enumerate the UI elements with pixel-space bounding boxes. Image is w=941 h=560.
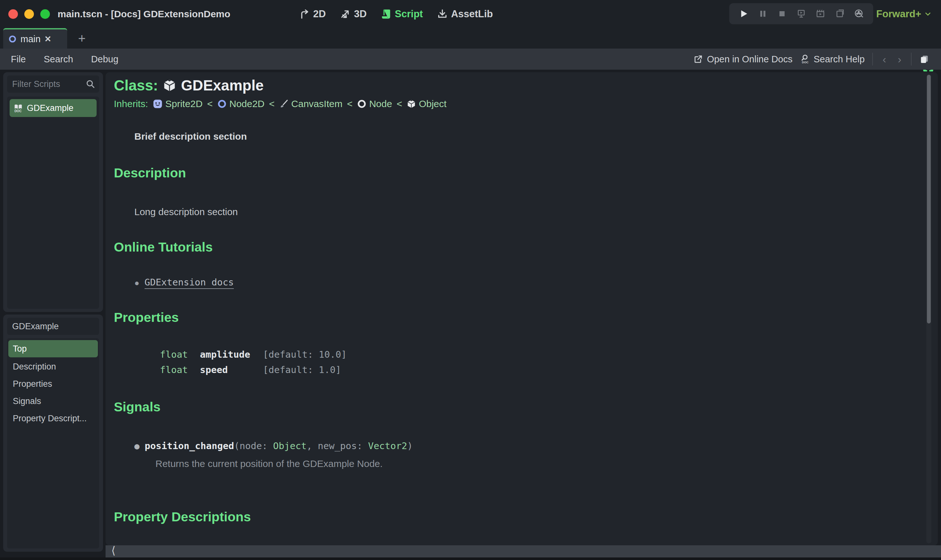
class-reference-view: Class: GDExample Inherits: Sprite2D < No… [106,72,938,545]
doc-scrollbar-thumb[interactable] [927,75,931,323]
canvasitem-icon [279,99,289,109]
menu-debug[interactable]: Debug [91,54,118,65]
play-custom-scene-button[interactable] [815,9,825,19]
menu-items: File Search Debug [11,49,118,70]
close-tab-icon[interactable]: ✕ [45,34,51,44]
play-scene-button[interactable] [796,9,806,19]
class-name-box: GDExample [7,318,99,335]
inherits-link-object[interactable]: Object [407,98,446,109]
object-icon [407,99,416,109]
title-bar: main.tscn - [Docs] GDExtensionDemo 2D 3D… [0,0,941,28]
member-item-description[interactable]: Description [8,358,98,375]
menu-file[interactable]: File [11,54,26,65]
signal-type-object-link[interactable]: Object [273,440,307,451]
signal-name: position_changed [145,440,234,451]
bullet-icon: ● [134,278,139,288]
workspace-3d-button[interactable]: 3D [340,8,367,20]
inherits-link-canvasitem[interactable]: CanvasItem [279,98,342,109]
signals-heading: Signals [114,400,160,415]
search-help-button[interactable]: DOC Search Help [800,54,865,65]
signal-type-vector2-link[interactable]: Vector2 [368,440,407,451]
menu-right-controls: Open in Online Docs DOC Search Help ‹ › [693,49,930,70]
long-description: Long description section [134,206,238,217]
search-doc-icon: DOC [800,54,810,64]
tutorial-link-item: ● GDExtension docs [134,277,234,289]
online-tutorials-heading: Online Tutorials [114,240,213,255]
object-icon [162,78,177,92]
script-icon [381,9,392,20]
property-row-amplitude[interactable]: float amplitude [default: 10.0] [106,349,938,362]
inherits-link-node2d[interactable]: Node2D [217,98,265,109]
member-item-signals[interactable]: Signals [8,392,98,410]
play-current-scene-button[interactable] [835,9,845,19]
godot-editor-window: main.tscn - [Docs] GDExtensionDemo 2D 3D… [0,0,941,560]
inherits-line: Inherits: Sprite2D < Node2D < CanvasItem [114,98,446,109]
member-item-property-descriptions[interactable]: Property Descript... [8,410,98,427]
member-item-top[interactable]: Top [8,340,98,357]
scripts-panel: DOC GDExample [3,72,103,312]
description-heading: Description [114,166,186,181]
add-scene-tab-button[interactable]: + [74,31,89,46]
doc-book-icon: DOC [14,103,23,113]
external-link-icon [693,54,703,64]
script-editor-menubar: File Search Debug Open in Online Docs DO… [0,49,941,70]
separator [911,53,912,66]
open-online-docs-button[interactable]: Open in Online Docs [693,54,793,65]
class-title: Class: GDExample [114,77,264,94]
renderer-selector[interactable]: Forward+ [876,0,932,28]
collapse-panel-chevron-icon[interactable]: ⟨ [111,544,116,557]
chevron-down-icon [924,10,932,18]
members-panel: GDExample Top Description Properties Sig… [3,314,103,552]
svg-text:DOC: DOC [802,61,808,64]
toggle-scripts-panel-icon[interactable] [919,54,930,64]
search-icon [86,79,95,89]
node2d-icon [217,99,227,109]
workspace-switcher: 2D 3D Script AssetLib [299,0,493,28]
history-back-button[interactable]: ‹ [881,53,888,66]
3d-icon [340,9,351,20]
close-window-button[interactable] [8,9,18,19]
menu-search[interactable]: Search [44,54,73,65]
properties-heading: Properties [114,310,179,325]
maximize-window-button[interactable] [40,9,50,19]
window-bottom-edge [0,557,941,560]
workspace-assetlib-button[interactable]: AssetLib [437,8,493,20]
inherits-link-sprite2d[interactable]: Sprite2D [153,98,203,109]
member-item-properties[interactable]: Properties [8,375,98,392]
property-descriptions-heading: Property Descriptions [114,509,251,525]
stop-button[interactable] [777,9,787,19]
filter-scripts-input[interactable] [7,75,99,93]
inherits-link-node[interactable]: Node [357,98,392,109]
script-list-item-gdexample[interactable]: DOC GDExample [9,99,97,117]
signal-position-changed: ● position_changed(node: Object, new_pos… [134,440,413,451]
movie-maker-icon[interactable] [854,9,864,19]
member-list: Top Description Properties Signals Prope… [7,338,99,549]
bottom-bar: ⟨ [106,545,941,557]
bullet-icon: ● [134,441,139,451]
script-list: DOC GDExample [7,97,99,309]
node-icon [357,99,367,109]
scene-tab-main[interactable]: main ✕ [3,28,67,49]
signal-description: Returns the current position of the GDEx… [156,458,383,469]
workspace-script-button[interactable]: Script [381,8,423,20]
download-icon [437,9,448,20]
pause-button[interactable] [758,9,768,19]
workspace-2d-button[interactable]: 2D [299,8,326,20]
window-title: main.tscn - [Docs] GDExtensionDemo [57,0,230,28]
play-button[interactable] [738,9,748,19]
svg-text:DOC: DOC [14,109,22,113]
scene-tab-strip: main ✕ + [0,28,941,49]
property-row-speed[interactable]: float speed [default: 1.0] [106,365,938,377]
window-controls [8,9,50,19]
node2d-icon [8,35,17,43]
minimize-window-button[interactable] [24,9,34,19]
gdextension-docs-link[interactable]: GDExtension docs [145,277,234,289]
brief-description: Brief description section [134,131,247,142]
separator [872,53,873,66]
doc-scrollbar-track[interactable] [926,74,932,543]
sprite2d-icon [153,99,163,109]
history-forward-button[interactable]: › [896,53,903,66]
playback-toolbar [729,3,873,24]
2d-icon [299,9,310,20]
